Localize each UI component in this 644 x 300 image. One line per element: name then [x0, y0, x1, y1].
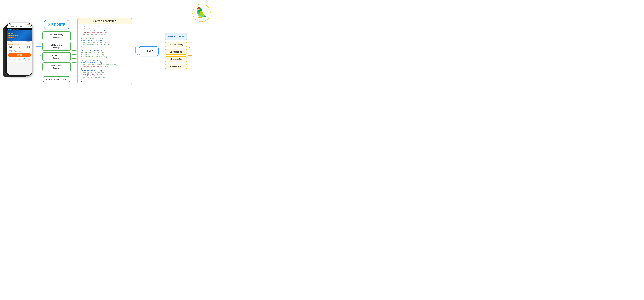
date-row[interactable]: 10月26日 明天	[7, 49, 32, 51]
cabin-class: 舱位不限 ▾	[9, 52, 13, 52]
code-line-3: WIDGET [1093, 127, 1181, 236] (	[80, 29, 130, 31]
phone-stack-section: 6:37 📶 🔋 ← HBO Max: Stream TV & Movies 🔍…	[3, 23, 34, 79]
code-line-22: )	[80, 68, 130, 70]
arrow-grounding	[72, 50, 76, 51]
middle-left-col: ⟳ RT-DETR UI GroundingPrompt UI Referrin…	[42, 20, 71, 82]
status-time: 6:37	[9, 24, 11, 25]
arrow-referring	[72, 54, 76, 55]
hbo-logo: HBO max	[8, 29, 12, 30]
code-line-14: TEXT 单程 [164, 410, 278, 473]	[80, 52, 130, 54]
service-cheap-icon: 🎫	[18, 58, 21, 60]
rt-detr-label: RT-DETR	[52, 23, 66, 27]
code-line-6: )	[80, 35, 130, 37]
code-line-16: TEXT 低价机票 [895, 412, 1079, 472]	[80, 56, 130, 58]
code-line-9: TEXT 一张票 [258, 131, 549, 260]	[80, 42, 130, 44]
code-line-4: ICON_GLOBE [1105, 123, 1167, 181]	[80, 31, 130, 33]
city-row: 北京 ✈ 上海	[7, 45, 32, 49]
plane-icon: ✈	[19, 46, 20, 48]
banner-image: 一张票 开始你的旅程 JOURNEY	[7, 31, 32, 41]
code-line-24: TEXT 北京 [78, 697, 295, 865]	[80, 72, 130, 74]
service-orders[interactable]: 📋 机票订单	[28, 58, 30, 61]
status-icons: 📶 🔋	[27, 24, 30, 25]
search-button[interactable]: 搜索机票	[8, 53, 30, 57]
hbo-header: HBO max Stream Movies	[7, 28, 32, 31]
arrow-line-rtdetr	[36, 46, 40, 47]
service-price-alert[interactable]: 📉 降价提醒	[13, 58, 16, 61]
cabin-row[interactable]: 舱位不限 ▾ ○ 带儿童 ○ 带婴儿	[7, 51, 32, 53]
phone-main: 6:37 📶 🔋 ← HBO Max: Stream TV & Movies 🔍…	[7, 23, 32, 76]
code-line-8: WIDGET [144, 113, 1045, 364] (	[80, 39, 130, 42]
annotation-code: IMAGE [1, 5, 1210, 392] ( ICON_ARROW_BAC…	[78, 24, 132, 84]
gpt-box: ⊕ GPT	[139, 46, 158, 56]
bird-mascot-section: 🦜	[192, 4, 211, 22]
infant-option: ○ 带婴儿	[19, 52, 22, 52]
service-cheap[interactable]: 🎫 低价机票	[18, 58, 21, 61]
prompt-ui-referring: UI ReferringPrompt	[42, 42, 71, 51]
code-line-7: TEXT 广告 [23, 297, 111, 347]	[80, 37, 130, 39]
tab-round-trip[interactable]: 往返	[16, 41, 24, 43]
content-area: HBO max Stream Movies 一张票 开始你的旅程	[7, 28, 32, 75]
rt-detr-box: ⟳ RT-DETR	[44, 20, 69, 29]
code-line-21: ICON_CROSS [1056, 593, 1097, 634]	[80, 66, 130, 68]
shared-system-prompt: Shared System Prompt	[43, 76, 70, 82]
banner-text-line1: 一张票	[8, 33, 13, 35]
rt-detr-logo: ⟳ RT-DETR	[48, 23, 66, 27]
hbo-nav: Stream Movies	[13, 29, 19, 30]
phone-inner: 6:37 📶 🔋 ← HBO Max: Stream TV & Movies 🔍…	[7, 23, 32, 75]
gpt-label: GPT	[147, 49, 155, 54]
gpt-to-output-arrow	[160, 50, 164, 52]
hbo-nav-stream: Stream	[13, 29, 16, 30]
output-to-bird-arrow	[188, 47, 192, 56]
service-flight[interactable]: ✈ 航班服务	[8, 58, 12, 61]
nav-title: HBO Max: Stream TV & Movies	[10, 26, 27, 27]
arrow-screensum	[72, 62, 76, 63]
tab-cheap-ticket[interactable]: 低价机票	[24, 41, 32, 43]
left-arrows	[36, 46, 42, 57]
rt-detr-icon: ⟳	[48, 23, 50, 27]
city-to[interactable]: 上海	[26, 46, 30, 49]
output-ui-grounding: UI Grounding	[165, 42, 187, 48]
code-line-18: WIDGET [30, 513, 1181, 1515] (	[80, 60, 130, 62]
arrow-line-prompts	[36, 56, 40, 56]
arrowhead-rtdetr	[40, 46, 42, 48]
annotation-box: Screen Annotation IMAGE [1, 5, 1210, 392…	[78, 18, 132, 84]
middle-arrows	[72, 50, 76, 63]
service-flight-icon: ✈	[9, 58, 11, 60]
output-ui-referring: UI Referring	[165, 49, 187, 55]
arrow-screenqa	[72, 58, 76, 59]
code-line-12: )	[80, 48, 130, 50]
hbo-nav-movies: Movies	[16, 29, 19, 30]
status-bar: 6:37 📶 🔋	[7, 23, 32, 26]
code-line-13: WIDGET [28, 370, 1184, 519] (	[80, 50, 130, 52]
arrowhead-prompts	[40, 55, 42, 57]
travel-date: 10月26日 明天	[9, 50, 15, 51]
gpt-section: ⊕ GPT	[139, 46, 158, 56]
code-line-28: . . .	[80, 80, 130, 82]
code-line-15: TEXT 往返 [554, 414, 653, 471]	[80, 54, 130, 56]
code-line-1: IMAGE [1, 5, 1210, 392] (	[80, 25, 130, 27]
annotation-to-gpt-arrow	[133, 47, 138, 55]
code-line-23: WIDGET [33, 682, 1175, 886] (	[80, 70, 130, 72]
manual-check-box: Manual Check	[165, 33, 187, 40]
annotation-section: Screen Annotation IMAGE [1, 5, 1210, 392…	[78, 18, 132, 84]
prompt-screen-sum: Screen Sum.Prompt	[42, 62, 71, 71]
service-member[interactable]: 🌐 航司会员	[23, 58, 26, 61]
prompt-screen-qa: Screen QAPrompt	[42, 52, 71, 61]
code-line-5: TEXT 客服 [1097, 182, 1174, 230]	[80, 33, 130, 35]
trip-tabs: 单程 往返 低价机票	[7, 41, 32, 43]
code-line-26: TEXT 上海 [954, 725, 1125, 848]	[80, 76, 130, 78]
services-grid: ✈ 航班服务 📉 降价提醒 🎫 低价机票 🌐	[7, 57, 32, 62]
nav-back-icon[interactable]: ←	[8, 26, 10, 28]
tab-single-trip[interactable]: 单程	[7, 41, 16, 43]
main-layout: 6:37 📶 🔋 ← HBO Max: Stream TV & Movies 🔍…	[0, 0, 219, 102]
city-from[interactable]: 北京	[9, 46, 12, 49]
banner-text-line2: 开始你的旅程	[8, 35, 18, 37]
code-line-20: TEXT 购票前先领券，下单享优惠 [97, 587, 530, 643]	[80, 64, 130, 66]
arrow-to-prompts	[36, 55, 42, 57]
code-line-27: )	[80, 78, 130, 80]
promo-close-icon[interactable]: ✕	[30, 44, 31, 45]
gpt-icon: ⊕	[142, 49, 146, 54]
code-line-2: ICON_ARROW_BACKWARD [37, 132, 92, 211]	[80, 27, 130, 29]
prompts-column: UI GroundingPrompt UI ReferringPrompt Sc…	[42, 31, 71, 71]
output-screen-qa: Screen QA	[165, 56, 187, 62]
